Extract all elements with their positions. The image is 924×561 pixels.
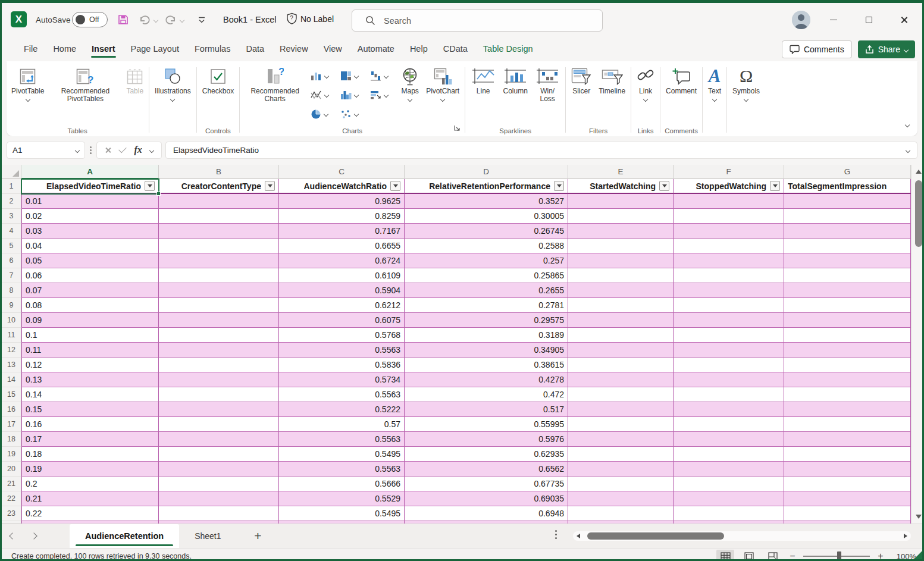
column-header-D[interactable]: D bbox=[405, 165, 568, 179]
cell-F17[interactable] bbox=[674, 417, 784, 432]
cell-B6[interactable] bbox=[159, 253, 279, 268]
cell-D9[interactable]: 0.2781 bbox=[405, 298, 568, 313]
share-button[interactable]: Share bbox=[858, 40, 915, 58]
cell-D21[interactable]: 0.67735 bbox=[405, 477, 568, 491]
row-number-21[interactable]: 21 bbox=[2, 477, 21, 491]
customize-quick-access-button[interactable] bbox=[195, 12, 209, 27]
search-input[interactable]: Search bbox=[352, 10, 603, 32]
cell-A10[interactable]: 0.09 bbox=[21, 313, 159, 328]
row-number-15[interactable]: 15 bbox=[2, 387, 21, 402]
cell-F22[interactable] bbox=[674, 491, 784, 506]
insert-histogram-chart-button[interactable] bbox=[338, 86, 368, 104]
table-button[interactable]: Table bbox=[123, 62, 147, 95]
cell-A5[interactable]: 0.04 bbox=[21, 239, 159, 253]
cell-F8[interactable] bbox=[674, 283, 784, 298]
cell-E22[interactable] bbox=[568, 491, 674, 506]
tab-page-layout[interactable]: Page Layout bbox=[123, 39, 187, 59]
cell-A3[interactable]: 0.02 bbox=[21, 209, 159, 224]
sparkline-winloss-button[interactable]: Win/ Loss bbox=[531, 62, 563, 103]
cell-F2[interactable] bbox=[674, 194, 784, 209]
cell-B15[interactable] bbox=[159, 387, 279, 402]
cell-C5[interactable]: 0.6655 bbox=[279, 239, 405, 253]
column-header-C[interactable]: C bbox=[279, 165, 405, 179]
cell-F6[interactable] bbox=[674, 253, 784, 268]
confirm-entry-icon[interactable] bbox=[119, 145, 127, 153]
row-number-22[interactable]: 22 bbox=[2, 491, 21, 506]
cell-E11[interactable] bbox=[568, 328, 674, 343]
cell-F16[interactable] bbox=[674, 402, 784, 417]
cell-C20[interactable]: 0.5563 bbox=[279, 462, 405, 477]
cell-D22[interactable]: 0.69035 bbox=[405, 491, 568, 506]
save-button[interactable] bbox=[116, 12, 130, 27]
cell-E12[interactable] bbox=[568, 343, 674, 358]
row-number-13[interactable]: 13 bbox=[2, 358, 21, 372]
cell-D15[interactable]: 0.472 bbox=[405, 387, 568, 402]
tab-formulas[interactable]: Formulas bbox=[187, 39, 238, 59]
cell-D16[interactable]: 0.517 bbox=[405, 402, 568, 417]
row-number-7[interactable]: 7 bbox=[2, 268, 21, 283]
cell-E17[interactable] bbox=[568, 417, 674, 432]
cell-G2[interactable] bbox=[784, 194, 911, 209]
row-number-5[interactable]: 5 bbox=[2, 239, 21, 253]
cell-A17[interactable]: 0.16 bbox=[21, 417, 159, 432]
cell-B13[interactable] bbox=[159, 358, 279, 372]
cell-A16[interactable]: 0.15 bbox=[21, 402, 159, 417]
sheet-options-menu[interactable] bbox=[555, 530, 557, 539]
insert-column-chart-button[interactable] bbox=[308, 67, 338, 85]
filter-dropdown-button[interactable] bbox=[770, 181, 780, 191]
zoom-in-button[interactable]: + bbox=[876, 551, 885, 561]
cell-B4[interactable] bbox=[159, 224, 279, 239]
cell-E7[interactable] bbox=[568, 268, 674, 283]
cell-D4[interactable]: 0.26745 bbox=[405, 224, 568, 239]
cell-G17[interactable] bbox=[784, 417, 911, 432]
row-number-16[interactable]: 16 bbox=[2, 402, 21, 417]
cell-G19[interactable] bbox=[784, 447, 911, 462]
redo-dropdown[interactable] bbox=[178, 12, 186, 27]
normal-view-button[interactable] bbox=[716, 550, 734, 561]
header-cell-RelativeRetentionPerformance[interactable]: RelativeRetentionPerformance bbox=[405, 179, 568, 194]
link-button[interactable]: Link bbox=[633, 62, 658, 101]
cell-E14[interactable] bbox=[568, 372, 674, 387]
insert-hierarchy-chart-button[interactable] bbox=[338, 67, 368, 85]
cell-B18[interactable] bbox=[159, 432, 279, 447]
cell-B22[interactable] bbox=[159, 491, 279, 506]
header-cell-CreatorContentType[interactable]: CreatorContentType bbox=[159, 179, 279, 194]
cell-F21[interactable] bbox=[674, 477, 784, 491]
row-number-4[interactable]: 4 bbox=[2, 224, 21, 239]
cell-D14[interactable]: 0.4278 bbox=[405, 372, 568, 387]
filter-dropdown-button[interactable] bbox=[145, 181, 155, 191]
cell-C14[interactable]: 0.5734 bbox=[279, 372, 405, 387]
cell-B8[interactable] bbox=[159, 283, 279, 298]
cell-G12[interactable] bbox=[784, 343, 911, 358]
cell-D20[interactable]: 0.6562 bbox=[405, 462, 568, 477]
cell-D8[interactable]: 0.2655 bbox=[405, 283, 568, 298]
sheet-nav-next[interactable] bbox=[23, 524, 45, 548]
zoom-slider[interactable] bbox=[803, 551, 870, 561]
pivotchart-button[interactable]: PivotChart bbox=[422, 62, 463, 101]
close-button[interactable] bbox=[893, 10, 914, 30]
header-cell-TotalSegmentImpression[interactable]: TotalSegmentImpression bbox=[784, 179, 911, 194]
maps-button[interactable]: Maps bbox=[397, 62, 422, 101]
cell-C15[interactable]: 0.5563 bbox=[279, 387, 405, 402]
cell-E9[interactable] bbox=[568, 298, 674, 313]
cell-D10[interactable]: 0.29575 bbox=[405, 313, 568, 328]
row-number-1[interactable]: 1 bbox=[2, 179, 21, 194]
page-break-view-button[interactable] bbox=[764, 550, 782, 561]
cell-D7[interactable]: 0.25865 bbox=[405, 268, 568, 283]
cell-C8[interactable]: 0.5904 bbox=[279, 283, 405, 298]
cell-A12[interactable]: 0.11 bbox=[21, 343, 159, 358]
cell-B7[interactable] bbox=[159, 268, 279, 283]
cell-G21[interactable] bbox=[784, 477, 911, 491]
cell-E4[interactable] bbox=[568, 224, 674, 239]
cell-A19[interactable]: 0.18 bbox=[21, 447, 159, 462]
cell-E5[interactable] bbox=[568, 239, 674, 253]
cell-E6[interactable] bbox=[568, 253, 674, 268]
cell-E19[interactable] bbox=[568, 447, 674, 462]
tab-cdata[interactable]: CData bbox=[436, 39, 475, 59]
cell-F11[interactable] bbox=[674, 328, 784, 343]
scroll-up-icon[interactable] bbox=[916, 170, 922, 174]
header-cell-StoppedWatching[interactable]: StoppedWatching bbox=[674, 179, 784, 194]
filter-dropdown-button[interactable] bbox=[265, 181, 275, 191]
cell-G8[interactable] bbox=[784, 283, 911, 298]
row-number-19[interactable]: 19 bbox=[2, 447, 21, 462]
